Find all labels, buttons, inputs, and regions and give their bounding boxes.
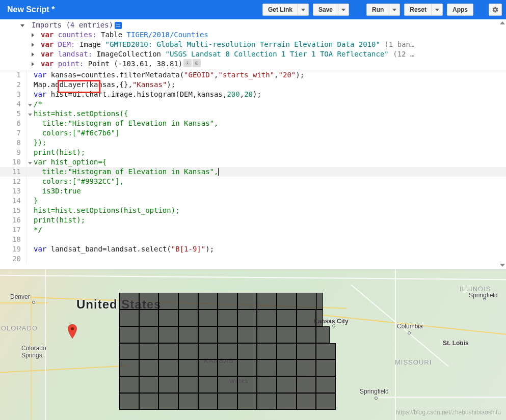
import-varname: landsat: (58, 49, 92, 59)
getlink-button[interactable]: Get Link (262, 4, 309, 16)
code-line[interactable]: 6 title:"Histogram of Elevation in Kansa… (0, 119, 506, 128)
county-polygon (218, 310, 237, 326)
geometry-lock-button[interactable] (193, 59, 201, 67)
line-number: 1 (0, 70, 26, 80)
settings-button[interactable] (489, 4, 502, 16)
code-line[interactable]: 20 (0, 254, 506, 264)
county-polygon (139, 393, 159, 410)
code-line[interactable]: 2Map.addLayer(kansas,{},"Kansas"); (0, 80, 506, 90)
county-polygon (218, 393, 237, 410)
county-polygon (139, 343, 159, 360)
county-polygon (237, 343, 257, 360)
line-number: 6 (0, 119, 26, 128)
import-row-dem[interactable]: var DEM: Image "GMTED2010: Global Multi-… (0, 40, 506, 49)
import-varname: counties: (58, 30, 97, 40)
import-row-counties[interactable]: var counties: Table TIGER/2018/Counties (0, 30, 506, 40)
code-line[interactable]: 3var hist=ui.Chart.image.histogram(DEM,k… (0, 90, 506, 99)
code-line[interactable]: 13 is3D:true (0, 186, 506, 196)
code-block[interactable]: 1var kansas=counties.filterMetadata("GEO… (0, 70, 506, 264)
county-polygon (158, 326, 178, 343)
fold-gutter[interactable] (26, 109, 34, 119)
point-marker[interactable] (67, 324, 77, 339)
county-polygon (119, 326, 139, 343)
code-line[interactable]: 4/* (0, 99, 506, 109)
city-csprings: Colorado Springs (21, 345, 46, 359)
county-polygon (218, 376, 237, 393)
apps-button[interactable]: Apps (447, 4, 473, 16)
county-polygon (119, 393, 139, 410)
save-label: Save (313, 6, 338, 13)
county-polygon (119, 376, 139, 393)
code-line[interactable]: 8}); (0, 138, 506, 148)
code-line[interactable]: 14} (0, 196, 506, 206)
import-row-point[interactable]: var point: Point (-103.61, 38.81) (0, 59, 506, 69)
code-line[interactable]: 9print(hist); (0, 148, 506, 157)
save-button[interactable]: Save (313, 4, 349, 16)
county-polygon (316, 310, 323, 326)
code-content: title:"Histogram of Elevation in Kansas"… (34, 167, 219, 177)
code-editor[interactable]: Imports (4 entries) var counties: Table … (0, 19, 506, 269)
scroll-up-button[interactable] (499, 19, 506, 26)
code-content: print(hist); (34, 148, 85, 157)
fold-gutter (26, 196, 34, 206)
county-polygon (198, 326, 218, 343)
code-line[interactable]: 12 colors:["#9932CC"], (0, 177, 506, 186)
code-line[interactable]: 7 colors:["#f6c7b6"] (0, 128, 506, 138)
fold-gutter (26, 235, 34, 244)
triangle-up-icon (500, 21, 505, 24)
county-polygon (198, 359, 218, 376)
triangle-down-icon (500, 264, 505, 267)
county-polygon (316, 293, 323, 310)
code-content: }); (34, 138, 46, 148)
import-link[interactable]: TIGER/2018/Counties (127, 30, 208, 40)
county-polygon (237, 359, 257, 376)
reset-dropdown[interactable] (432, 4, 442, 15)
code-line[interactable]: 11 title:"Histogram of Elevation in Kans… (0, 167, 506, 177)
scroll-down-button[interactable] (499, 262, 506, 269)
fold-gutter[interactable] (26, 157, 34, 167)
apps-label: Apps (447, 6, 473, 13)
code-line[interactable]: 15hist=hist.setOptions(hist_option); (0, 206, 506, 215)
county-polygon (316, 326, 330, 343)
fold-gutter (26, 177, 34, 186)
reset-button[interactable]: Reset (404, 4, 443, 16)
county-polygon (198, 310, 218, 326)
import-type: Image (79, 40, 101, 49)
fold-gutter (26, 148, 34, 157)
code-content: print(hist); (34, 215, 85, 225)
code-content: var kansas=counties.filterMetadata("GEOI… (34, 70, 304, 80)
county-polygon (297, 310, 316, 326)
fold-gutter[interactable] (26, 99, 34, 109)
map-panel[interactable]: United States OLORADO ILLINOIS MISSOURI … (0, 269, 506, 420)
run-dropdown[interactable] (389, 4, 400, 15)
line-number: 5 (0, 109, 26, 119)
doc-icon[interactable] (115, 22, 122, 29)
fold-gutter (26, 70, 34, 80)
line-number: 14 (0, 196, 26, 206)
imports-header[interactable]: Imports (4 entries) (0, 20, 506, 30)
code-content: var hist=ui.Chart.image.histogram(DEM,ka… (34, 90, 261, 99)
import-row-landsat[interactable]: var landsat: ImageCollection "USGS Lands… (0, 49, 506, 59)
county-polygon (297, 359, 316, 376)
geometry-style-button[interactable] (183, 59, 192, 67)
run-button[interactable]: Run (366, 4, 400, 16)
code-line[interactable]: 19var landsat_band=landsat.select("B[1-9… (0, 244, 506, 254)
code-line[interactable]: 16print(hist); (0, 215, 506, 225)
code-line[interactable]: 5hist=hist.setOptions({ (0, 109, 506, 119)
county-polygon (277, 376, 297, 393)
save-dropdown[interactable] (338, 4, 349, 15)
getlink-dropdown[interactable] (298, 4, 308, 15)
import-string: "USGS Landsat 8 Collection 1 Tier 1 TOA … (165, 49, 388, 59)
county-polygon (257, 359, 277, 376)
code-line[interactable]: 10var hist_option={ (0, 157, 506, 167)
county-polygon (237, 393, 257, 410)
county-polygon (178, 326, 198, 343)
line-number: 17 (0, 225, 26, 235)
code-line[interactable]: 18 (0, 235, 506, 244)
county-polygon (198, 376, 218, 393)
fold-gutter (26, 186, 34, 196)
code-line[interactable]: 17*/ (0, 225, 506, 235)
import-type: Table (101, 30, 122, 40)
code-line[interactable]: 1var kansas=counties.filterMetadata("GEO… (0, 70, 506, 80)
code-content: } (34, 196, 38, 206)
